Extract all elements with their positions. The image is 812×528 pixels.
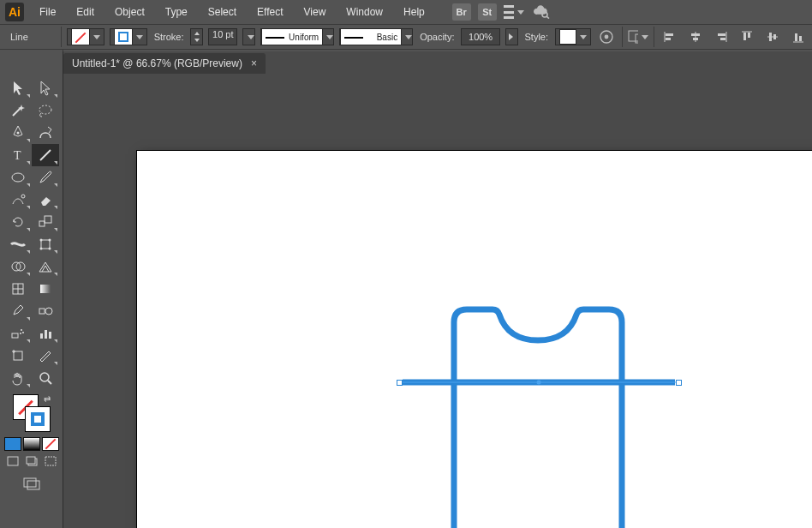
zoom-tool[interactable] [32,367,59,389]
column-graph-tool[interactable] [32,322,59,345]
eraser-tool[interactable] [32,189,59,211]
search-adobe-stock-button[interactable] [531,3,552,21]
svg-rect-31 [39,221,45,226]
line-segment-tool[interactable] [32,144,59,166]
magic-wand-tool[interactable] [4,99,32,122]
color-mode-none[interactable] [42,437,59,451]
color-mode-solid[interactable] [4,437,21,451]
align-right-button[interactable] [711,27,731,46]
lasso-tool[interactable] [32,99,59,122]
stroke-weight-stepper[interactable] [190,28,203,45]
color-mode-row [4,437,59,451]
close-tab-button[interactable]: × [251,57,257,69]
align-bottom-button[interactable] [788,27,809,46]
menu-type[interactable]: Type [157,3,196,21]
free-transform-tool[interactable] [32,233,59,255]
hand-tool[interactable] [4,367,32,389]
scale-tool[interactable] [32,211,59,233]
align-hcenter-button[interactable] [685,27,706,46]
document-workspace[interactable] [63,74,812,528]
svg-rect-10 [691,33,700,36]
align-left-button[interactable] [660,27,680,46]
width-tool[interactable] [4,233,32,255]
swap-fill-stroke-icon[interactable]: ⇄ [44,394,51,404]
stepper-arrows-icon [194,32,200,42]
recolor-artwork-button[interactable] [596,27,617,46]
svg-rect-33 [41,240,50,249]
direct-selection-tool[interactable] [32,77,59,99]
artboard[interactable] [137,151,812,528]
svg-point-35 [48,239,51,242]
svg-rect-22 [795,33,797,41]
menu-help[interactable]: Help [395,3,433,21]
menu-file[interactable]: File [31,3,64,21]
align-vcenter-button[interactable] [762,27,783,46]
artwork-shape-phone[interactable] [454,309,622,528]
artwork-canvas[interactable] [137,151,812,528]
control-bar: Line Stroke: 10 pt Uniform Basic Opacity… [0,24,812,50]
symbol-sprayer-tool[interactable] [4,322,32,345]
stroke-weight-dropdown[interactable] [242,28,255,45]
menu-view[interactable]: View [296,3,335,21]
menu-object[interactable]: Object [106,3,153,21]
stroke-weight-input[interactable]: 10 pt [208,28,237,45]
rotate-tool[interactable] [4,211,32,233]
search-stock-icon [532,5,551,19]
graphic-style-label: Style: [523,32,551,42]
screen-mode-button[interactable] [22,477,41,493]
blend-tool[interactable] [32,300,59,322]
color-mode-gradient[interactable] [23,437,40,451]
graphic-style-dropdown[interactable] [555,28,591,45]
svg-point-49 [20,333,21,334]
menu-select[interactable]: Select [200,3,245,21]
selection-handle-left[interactable] [397,380,403,386]
control-bar-right [596,27,812,47]
opacity-input[interactable]: 100% [461,28,499,45]
opacity-popup-button[interactable] [505,28,518,45]
svg-rect-43 [40,285,51,293]
selection-handle-right[interactable] [676,380,682,386]
curvature-tool[interactable] [32,122,59,144]
svg-rect-51 [45,330,47,339]
svg-rect-16 [743,33,746,40]
type-tool[interactable]: T [4,144,32,166]
svg-point-37 [48,248,51,250]
paintbrush-tool[interactable] [32,166,59,189]
variable-width-profile[interactable]: Uniform [260,28,334,45]
artboard-tool[interactable] [4,345,32,367]
eyedropper-tool[interactable] [4,300,32,322]
gradient-tool[interactable] [32,278,59,300]
shape-builder-tool[interactable] [4,255,32,278]
menu-window[interactable]: Window [337,3,391,21]
draw-inside-button[interactable] [42,454,59,468]
stroke-swatch[interactable] [110,28,147,45]
arrange-documents-button[interactable] [504,3,524,21]
svg-line-57 [48,381,51,384]
document-tab[interactable]: Untitled-1* @ 66.67% (RGB/Preview) × [63,53,266,74]
svg-point-56 [40,373,49,381]
menu-edit[interactable]: Edit [68,3,103,21]
rotate-tool-icon [10,214,26,230]
align-top-button[interactable] [737,27,757,46]
svg-rect-46 [12,333,18,338]
draw-normal-button[interactable] [4,454,21,468]
chevron-down-icon [517,10,524,15]
draw-behind-button[interactable] [23,454,40,468]
slice-tool[interactable] [32,345,59,367]
align-to-button[interactable] [628,27,648,46]
fill-swatch[interactable] [67,28,104,45]
bridge-launch-button[interactable]: Br [452,3,471,21]
pen-tool[interactable] [4,122,32,144]
selection-center-point[interactable] [537,381,541,385]
stroke-proxy[interactable] [25,406,51,432]
shaper-tool[interactable] [4,189,32,211]
ellipse-tool[interactable] [4,166,32,189]
stock-launch-button[interactable]: St [478,3,497,21]
tool-panel: T ⇄ [0,51,63,528]
selection-tool[interactable] [4,77,32,99]
fill-stroke-proxy[interactable]: ⇄ [13,394,51,432]
brush-definition[interactable]: Basic [339,28,413,45]
perspective-grid-tool[interactable] [32,255,59,278]
mesh-tool[interactable] [4,278,32,300]
menu-effect[interactable]: Effect [248,3,291,21]
